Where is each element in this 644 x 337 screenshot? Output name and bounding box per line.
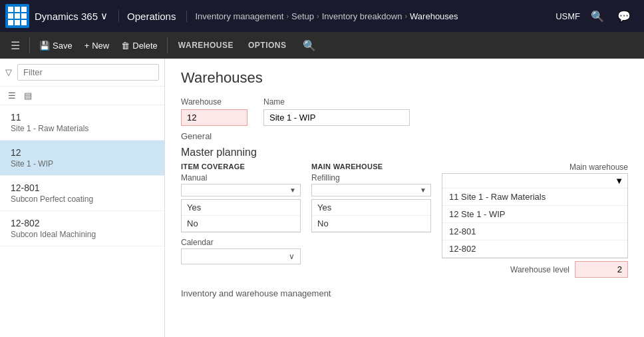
master-planning-title: Master planning: [181, 147, 628, 159]
sidebar-tools: ☰ ▤: [0, 87, 164, 105]
calendar-label: Calendar: [181, 238, 301, 247]
manual-dropdown-arrow: ▼: [289, 186, 296, 194]
item-sub-12801: Subcon Perfect coating: [11, 194, 154, 204]
save-icon: 💾: [39, 41, 50, 51]
manual-dropdown-list: Yes No: [181, 199, 301, 232]
toolbar-sep-1: [29, 37, 30, 53]
warehouse-field-group: Warehouse: [181, 97, 247, 126]
tab-warehouse[interactable]: WAREHOUSE: [172, 35, 240, 56]
main-warehouse-open-col: Main warehouse ▼ 11 Site 1 - Raw Materia…: [442, 163, 628, 278]
calendar-dropdown[interactable]: ∨: [181, 248, 301, 264]
breadcrumb-item-warehouses[interactable]: Warehouses: [410, 11, 458, 21]
page-title: Warehouses: [181, 69, 628, 87]
main-layout: ▽ ☰ ▤ 11 Site 1 - Raw Materials 12 Site …: [0, 59, 644, 337]
main-warehouse-drop-label: Main warehouse: [442, 163, 628, 172]
company-code: USMF: [556, 11, 580, 21]
list-item-12802[interactable]: 12-802 Subcon Ideal Machining: [0, 211, 164, 246]
refilling-label: Refilling: [311, 173, 431, 182]
main-warehouse-header: MAIN WAREHOUSE: [311, 163, 431, 173]
manual-option-yes[interactable]: Yes: [182, 200, 300, 216]
search-button[interactable]: 🔍: [588, 7, 607, 25]
save-button[interactable]: 💾 Save: [34, 35, 78, 56]
item-id-12802: 12-802: [11, 218, 154, 228]
new-button[interactable]: + New: [79, 35, 115, 56]
refilling-dropdown-list: Yes No: [311, 199, 431, 232]
sidebar-list: 11 Site 1 - Raw Materials 12 Site 1 - WI…: [0, 105, 164, 337]
content-area: Warehouses Warehouse Name General Master…: [165, 59, 644, 337]
wh-option-11[interactable]: 11 Site 1 - Raw Materials: [442, 188, 627, 206]
warehouse-input[interactable]: [181, 109, 247, 126]
sidebar: ▽ ☰ ▤ 11 Site 1 - Raw Materials 12 Site …: [0, 59, 165, 337]
item-id-11: 11: [11, 112, 154, 123]
general-section-header: General: [181, 131, 628, 141]
new-icon: +: [84, 41, 90, 51]
calendar-arrow: ∨: [289, 252, 295, 261]
hamburger-icon: ☰: [11, 40, 20, 51]
item-sub-11: Site 1 - Raw Materials: [11, 124, 154, 133]
main-warehouse-col: MAIN WAREHOUSE Refilling ▼ Yes No: [311, 163, 431, 278]
message-button[interactable]: 💬: [615, 7, 633, 25]
brand-logo[interactable]: Dynamics 365 ∨: [35, 10, 119, 22]
item-sub-12802: Subcon Ideal Machining: [11, 230, 154, 239]
filter-input[interactable]: [17, 64, 159, 81]
warehouse-level-label: Warehouse level: [510, 265, 569, 274]
wh-option-12801[interactable]: 12-801: [442, 223, 627, 240]
item-sub-12: Site 1 - WIP: [11, 159, 154, 168]
brand-name: Dynamics 365: [35, 11, 98, 22]
breadcrumb-sep-2: ›: [317, 12, 319, 20]
list-item-11[interactable]: 11 Site 1 - Raw Materials: [0, 105, 164, 141]
brand-caret: ∨: [100, 10, 108, 22]
warehouse-label: Warehouse: [181, 97, 247, 107]
item-id-12: 12: [11, 147, 154, 158]
name-field-group: Name: [263, 97, 410, 126]
warehouse-level-row: Warehouse level: [442, 261, 628, 278]
calendar-section: Calendar ∨: [181, 238, 301, 264]
sidebar-tool-list[interactable]: ☰: [5, 89, 19, 102]
wh-option-12802[interactable]: 12-802: [442, 240, 627, 258]
refilling-dropdown[interactable]: ▼: [311, 184, 431, 196]
item-coverage-col: ITEM COVERAGE Manual ▼ Yes No Calendar ∨: [181, 163, 301, 278]
manual-label: Manual: [181, 173, 301, 182]
manual-option-no[interactable]: No: [182, 216, 300, 232]
name-input[interactable]: [263, 109, 410, 126]
delete-button[interactable]: 🗑 Delete: [116, 35, 163, 56]
refilling-option-no[interactable]: No: [312, 216, 430, 232]
manual-dropdown[interactable]: ▼: [181, 184, 301, 196]
main-wh-header: ▼: [442, 174, 627, 188]
main-warehouse-dropdown[interactable]: ▼ 11 Site 1 - Raw Materials 12 Ste 1 - W…: [442, 173, 628, 258]
module-name: Operations: [127, 11, 187, 22]
tab-options[interactable]: OPTIONS: [242, 35, 293, 56]
breadcrumb-sep-3: ›: [404, 12, 407, 20]
save-label: Save: [53, 41, 73, 51]
waffle-icon[interactable]: [5, 4, 29, 28]
inv-wh-section: Inventory and warehouse management: [181, 288, 628, 298]
sidebar-header: ▽: [0, 59, 164, 87]
main-wh-list: 11 Site 1 - Raw Materials 12 Ste 1 - WIP…: [442, 188, 627, 258]
new-label: New: [92, 41, 109, 51]
breadcrumb-item-breakdown[interactable]: Inventory breakdown: [322, 11, 402, 21]
breadcrumb-item-setup[interactable]: Setup: [291, 11, 314, 21]
breadcrumb: Inventory management › Setup › Inventory…: [187, 11, 556, 21]
wh-option-12[interactable]: 12 Ste 1 - WIP: [442, 206, 627, 223]
delete-label: Delete: [132, 41, 158, 51]
breadcrumb-sep-1: ›: [286, 12, 289, 20]
refilling-option-yes[interactable]: Yes: [312, 200, 430, 216]
top-nav: Dynamics 365 ∨ Operations Inventory mana…: [0, 0, 644, 32]
toolbar: ☰ 💾 Save + New 🗑 Delete WAREHOUSE OPTION…: [0, 32, 644, 59]
item-id-12801: 12-801: [11, 182, 154, 193]
refilling-dropdown-arrow: ▼: [420, 186, 426, 194]
top-nav-right: USMF 🔍 💬: [556, 7, 639, 25]
master-planning-grid: ITEM COVERAGE Manual ▼ Yes No Calendar ∨: [181, 163, 628, 278]
filter-icon: ▽: [5, 67, 12, 77]
toolbar-search-button[interactable]: 🔍: [297, 37, 321, 55]
sidebar-tool-grid[interactable]: ▤: [21, 89, 35, 102]
warehouse-level-input[interactable]: [575, 261, 628, 278]
item-coverage-header: ITEM COVERAGE: [181, 163, 301, 173]
list-item-12[interactable]: 12 Site 1 - WIP: [0, 141, 164, 176]
toolbar-sep-2: [167, 37, 168, 53]
breadcrumb-item-inventory[interactable]: Inventory management: [195, 11, 283, 21]
delete-icon: 🗑: [121, 41, 130, 51]
warehouse-name-row: Warehouse Name: [181, 97, 628, 126]
list-item-12801[interactable]: 12-801 Subcon Perfect coating: [0, 176, 164, 211]
hamburger-button[interactable]: ☰: [5, 37, 25, 55]
